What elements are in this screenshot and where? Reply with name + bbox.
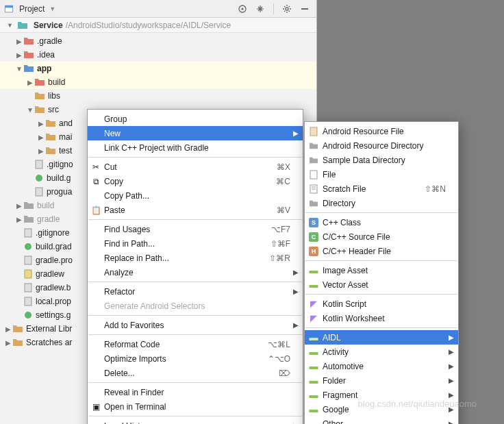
sub-kotlin-script[interactable]: ◤Kotlin Script: [305, 297, 458, 311]
menu-generate-selectors: Generate Android Selectors: [88, 299, 303, 313]
android-icon: ▬: [308, 361, 319, 372]
sub-directory[interactable]: Directory: [305, 196, 458, 210]
sub-image-asset[interactable]: ▬Image Asset: [305, 263, 458, 277]
breadcrumb: ▼ Service /AndroidStudio/studyworkspace/…: [0, 18, 316, 33]
sub-other[interactable]: ▬Other▶: [305, 416, 458, 424]
dropdown-arrow-icon[interactable]: ▼: [49, 5, 55, 12]
menu-analyze[interactable]: Analyze▶: [88, 265, 303, 279]
android-icon: ▬: [308, 279, 319, 290]
android-icon: ▬: [308, 375, 319, 386]
tree-node[interactable]: ▶build: [0, 75, 316, 89]
menu-reformat[interactable]: Reformat Code⌥⌘L: [88, 337, 303, 351]
svg-rect-16: [310, 127, 317, 136]
svg-point-10: [25, 243, 32, 250]
sub-scratch[interactable]: Scratch File⇧⌘N: [305, 182, 458, 196]
menu-local-history[interactable]: Local History▶: [88, 419, 303, 424]
kotlin-icon: ◤: [308, 299, 319, 310]
svg-point-15: [25, 312, 32, 319]
sub-folder[interactable]: ▬Folder▶: [305, 373, 458, 388]
android-icon: ▬: [308, 419, 319, 425]
tree-node[interactable]: ▶.idea: [0, 48, 316, 62]
svg-rect-12: [25, 270, 32, 278]
project-icon: [4, 4, 14, 14]
target-icon[interactable]: [235, 1, 250, 16]
svg-rect-6: [36, 160, 42, 169]
android-icon: ▬: [308, 332, 319, 343]
sub-activity[interactable]: ▬Activity▶: [305, 345, 458, 359]
svg-point-4: [286, 8, 288, 10]
svg-rect-17: [310, 171, 317, 179]
terminal-icon: ▣: [90, 401, 101, 412]
breadcrumb-path: /AndroidStudio/studyworkspace/AIDL/Servi…: [66, 21, 231, 30]
tree-node[interactable]: ▶.gradle: [0, 34, 316, 48]
menu-link-cpp[interactable]: Link C++ Project with Gradle: [88, 140, 303, 155]
sub-sample-dir[interactable]: Sample Data Directory: [305, 153, 458, 167]
cut-icon: ✂: [90, 162, 101, 173]
menu-optimize-imports[interactable]: Optimize Imports⌃⌥O: [88, 351, 303, 366]
menu-open-terminal[interactable]: ▣Open in Terminal: [88, 399, 303, 414]
copy-icon: ⧉: [90, 176, 101, 187]
android-icon: ▬: [308, 390, 319, 401]
kotlin-icon: ◤: [308, 313, 319, 324]
panel-title: Project: [19, 4, 45, 14]
android-icon: ▬: [308, 347, 319, 358]
svg-rect-9: [25, 229, 32, 237]
context-menu[interactable]: Group New▶ Link C++ Project with Gradle …: [87, 109, 303, 424]
menu-paste[interactable]: 📋Paste⌘V: [88, 203, 303, 217]
menu-add-favorites[interactable]: Add to Favorites▶: [88, 318, 303, 332]
svg-rect-1: [5, 8, 13, 12]
sub-fragment[interactable]: ▬Fragment▶: [305, 388, 458, 402]
svg-rect-8: [36, 188, 42, 196]
svg-point-7: [36, 175, 42, 182]
menu-find-usages[interactable]: Find Usages⌥F7: [88, 222, 303, 236]
menu-delete[interactable]: Delete...⌦: [88, 366, 303, 380]
sub-automotive[interactable]: ▬Automotive▶: [305, 359, 458, 373]
tree-node-app[interactable]: ▼app: [0, 62, 316, 75]
panel-toolbar: Project ▼: [0, 0, 316, 18]
sub-res-file[interactable]: Android Resource File: [305, 124, 458, 138]
svg-rect-14: [25, 297, 32, 305]
minimize-icon[interactable]: [297, 1, 312, 16]
submenu-new[interactable]: Android Resource File Android Resource D…: [304, 121, 459, 424]
menu-copy[interactable]: ⧉Copy⌘C: [88, 174, 303, 188]
android-icon: ▬: [308, 404, 319, 415]
svg-rect-11: [25, 256, 32, 264]
sub-vector-asset[interactable]: ▬Vector Asset: [305, 277, 458, 292]
menu-replace-in-path[interactable]: Replace in Path...⇧⌘R: [88, 251, 303, 265]
breadcrumb-root: Service: [34, 21, 63, 30]
paste-icon: 📋: [90, 205, 101, 216]
folder-icon: [17, 21, 28, 30]
android-icon: ▬: [308, 265, 319, 276]
menu-group[interactable]: Group: [88, 112, 303, 126]
menu-cut[interactable]: ✂Cut⌘X: [88, 160, 303, 174]
sub-cpp-source[interactable]: CC/C++ Source File: [305, 229, 458, 244]
menu-find-in-path[interactable]: Find in Path...⇧⌘F: [88, 236, 303, 251]
sub-cpp-class[interactable]: SC++ Class: [305, 215, 458, 229]
svg-point-3: [242, 8, 244, 10]
sub-res-dir[interactable]: Android Resource Directory: [305, 138, 458, 153]
menu-copy-path[interactable]: Copy Path...: [88, 188, 303, 203]
sub-cpp-header[interactable]: HC/C++ Header File: [305, 244, 458, 258]
svg-rect-13: [25, 284, 32, 292]
sub-aidl[interactable]: ▬AIDL▶: [305, 330, 458, 345]
gear-icon[interactable]: [279, 1, 294, 16]
svg-rect-5: [301, 8, 308, 10]
sub-google[interactable]: ▬Google▶: [305, 402, 458, 416]
expand-icon[interactable]: [253, 1, 268, 16]
sub-file[interactable]: File: [305, 167, 458, 182]
sub-kotlin-worksheet[interactable]: ◤Kotlin Worksheet: [305, 311, 458, 325]
menu-reveal-finder[interactable]: Reveal in Finder: [88, 385, 303, 399]
menu-refactor[interactable]: Refactor▶: [88, 284, 303, 299]
menu-new[interactable]: New▶: [88, 126, 303, 140]
tree-node[interactable]: ▶libs: [0, 89, 316, 103]
